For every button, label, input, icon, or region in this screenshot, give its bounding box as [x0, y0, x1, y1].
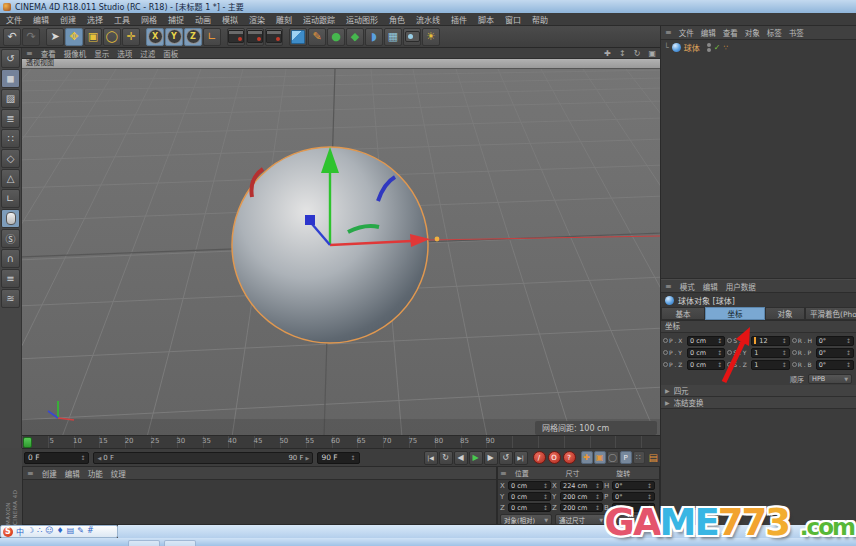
om-menu-edit[interactable]: 编辑: [701, 27, 716, 38]
sogou-input-bar[interactable]: S 中☽∴☺♦▤✎#: [0, 525, 118, 538]
menu-item[interactable]: 模拟: [222, 14, 238, 25]
object-tree[interactable]: └ 球体 ✓ ∵: [661, 40, 856, 279]
position-z-field[interactable]: 0 cm↕: [508, 503, 551, 512]
menu-item[interactable]: 插件: [451, 14, 467, 25]
sx-field-editing[interactable]: 12↕: [751, 336, 789, 346]
om-menu-object[interactable]: 对象: [745, 27, 760, 38]
menu-item[interactable]: 创建: [60, 14, 76, 25]
menu-item[interactable]: 网格: [141, 14, 157, 25]
viewport-menu-options[interactable]: 选项: [117, 48, 132, 59]
record-keyframe-button[interactable]: /: [533, 451, 546, 464]
viewport-menu-panel[interactable]: 面板: [163, 48, 178, 59]
render-view-icon[interactable]: [227, 28, 245, 46]
y-axis-lock-button[interactable]: Y: [165, 28, 183, 46]
make-editable-icon[interactable]: ↺: [1, 49, 20, 68]
rotate-view-icon[interactable]: ↻: [634, 49, 641, 58]
live-selection-icon[interactable]: ➤: [46, 28, 64, 46]
render-settings-icon[interactable]: [265, 28, 283, 46]
toggle-pla-icon[interactable]: ∷: [633, 451, 645, 464]
model-mode-icon[interactable]: ◼: [1, 69, 20, 88]
previous-frame-button[interactable]: ◀: [454, 451, 468, 465]
zoom-view-icon[interactable]: ↕: [619, 49, 626, 58]
add-generator-icon[interactable]: ●: [327, 28, 345, 46]
size-y-field[interactable]: 200 cm↕: [560, 492, 603, 501]
sogou-tool-icon[interactable]: 中: [16, 526, 24, 537]
object-tag-dots-icon[interactable]: ∵: [724, 44, 729, 52]
toggle-rotation-icon[interactable]: ◯: [607, 451, 619, 464]
material-manager[interactable]: ≡ 创建 编辑 功能 纹理: [22, 466, 497, 525]
last-tool-icon[interactable]: ✛: [122, 28, 140, 46]
visibility-dots-icon[interactable]: [707, 43, 711, 52]
burger-icon[interactable]: ≡: [26, 49, 33, 58]
timeline-ruler[interactable]: 051015202530354045505560657075808590: [22, 435, 660, 448]
loop-button[interactable]: ↺: [499, 451, 513, 465]
rotate-tool-icon[interactable]: ◯: [103, 28, 121, 46]
polygons-mode-icon[interactable]: △: [1, 169, 20, 188]
sogou-tool-icon[interactable]: ✎: [77, 526, 84, 537]
x-axis-lock-button[interactable]: X: [146, 28, 164, 46]
viewport-menu-display[interactable]: 显示: [94, 48, 109, 59]
toggle-scale-icon[interactable]: ▣: [594, 451, 606, 464]
gizmo-z-handle[interactable]: [305, 215, 315, 225]
object-name[interactable]: 球体: [684, 42, 700, 53]
viewport-menu-filter[interactable]: 过滤: [140, 48, 155, 59]
rp-field[interactable]: 0°↕: [816, 348, 854, 358]
menu-item[interactable]: 捕捉: [168, 14, 184, 25]
add-camera-icon[interactable]: [403, 28, 421, 46]
sy-field[interactable]: 1↕: [751, 348, 789, 358]
viewport-solo-icon[interactable]: [1, 209, 20, 228]
add-light-icon[interactable]: ☀: [422, 28, 440, 46]
rotation-h-field[interactable]: 0°↕: [612, 481, 655, 490]
timeline-window-icon[interactable]: ▤: [649, 452, 658, 463]
tab-basic[interactable]: 基本: [661, 307, 705, 320]
gizmo-x-handle-dot[interactable]: [435, 237, 440, 242]
keyframe-dot-icon[interactable]: [792, 350, 797, 355]
add-primitive-cube-icon[interactable]: [289, 28, 307, 46]
add-deformer-icon[interactable]: ◆: [346, 28, 364, 46]
keyframe-dot-icon[interactable]: [663, 338, 668, 343]
position-x-field[interactable]: 0 cm↕: [508, 481, 551, 490]
material-menu-edit[interactable]: 编辑: [65, 468, 80, 479]
menu-item[interactable]: 帮助: [532, 14, 548, 25]
sphere-object-icon[interactable]: [672, 43, 681, 52]
add-environment-icon[interactable]: ◗: [365, 28, 383, 46]
expand-icon[interactable]: ▶: [665, 387, 670, 394]
keyframe-dot-icon[interactable]: [792, 362, 797, 367]
toggle-parameter-icon[interactable]: P: [620, 451, 632, 464]
menu-item[interactable]: 文件: [6, 14, 22, 25]
taskbar-button[interactable]: [164, 540, 196, 546]
coordinate-system-icon[interactable]: ∟: [203, 28, 221, 46]
tab-object[interactable]: 对象: [765, 307, 805, 320]
edges-mode-icon[interactable]: ◇: [1, 149, 20, 168]
viewport-canvas[interactable]: 网格间距: 100 cm: [22, 69, 660, 437]
maximize-view-icon[interactable]: ▣: [648, 49, 656, 58]
size-mode-dropdown[interactable]: 通过尺寸▼: [555, 514, 607, 525]
size-x-field[interactable]: 224 cm↕: [560, 481, 603, 490]
add-mograph-icon[interactable]: ▦: [384, 28, 402, 46]
am-menu-mode[interactable]: 模式: [680, 281, 695, 292]
workplane-mode-icon[interactable]: ≣: [1, 109, 20, 128]
om-menu-tags[interactable]: 标签: [767, 27, 782, 38]
range-right-icon[interactable]: ▶: [306, 455, 310, 461]
play-mode-button[interactable]: ↻: [439, 451, 453, 465]
keyframe-dot-icon[interactable]: [727, 338, 732, 343]
sz-field[interactable]: 1↕: [751, 360, 789, 370]
autokey-button[interactable]: O: [548, 451, 561, 464]
texture-mode-icon[interactable]: ▨: [1, 89, 20, 108]
pan-view-icon[interactable]: ✚: [604, 49, 611, 58]
taskbar-button[interactable]: [128, 540, 160, 546]
z-axis-lock-button[interactable]: Z: [184, 28, 202, 46]
menu-item[interactable]: 工具: [114, 14, 130, 25]
stepper-icon[interactable]: ↕: [351, 454, 356, 461]
play-button[interactable]: ▶: [469, 451, 483, 465]
keyframe-dot-icon[interactable]: [663, 362, 668, 367]
sogou-tool-icon[interactable]: ∴: [37, 526, 42, 537]
rh-field[interactable]: 0°↕: [816, 336, 854, 346]
object-row-sphere[interactable]: └ 球体 ✓ ∵: [664, 42, 853, 53]
size-z-field[interactable]: 200 cm↕: [560, 503, 603, 512]
menu-item[interactable]: 流水线: [416, 14, 440, 25]
sogou-tool-icon[interactable]: ☺: [45, 526, 53, 537]
burger-icon[interactable]: ≡: [27, 469, 34, 478]
sogou-tool-icon[interactable]: ▤: [67, 526, 75, 537]
next-frame-button[interactable]: ▶: [484, 451, 498, 465]
